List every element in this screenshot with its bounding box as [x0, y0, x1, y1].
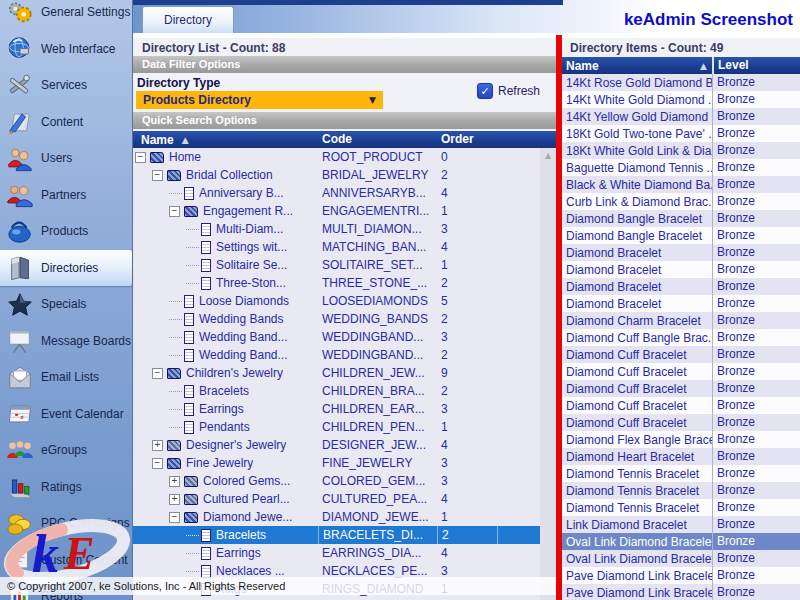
item-row[interactable]: Diamond Charm BraceletBronze [562, 312, 800, 329]
sidebar-item-web-interface[interactable]: Web Interface [0, 31, 132, 68]
tree-row[interactable]: Wedding Band...WEDDINGBAND...2 [133, 346, 540, 364]
tree-row[interactable]: EarringsEARRINGS_DIA...4 [133, 544, 540, 562]
item-row[interactable]: Diamond BraceletBronze [562, 261, 800, 278]
collapse-icon[interactable]: − [152, 458, 163, 469]
column-header-order[interactable]: Order [437, 131, 556, 148]
tree-row[interactable]: −Fine JewelryFINE_JEWELRY3 [133, 454, 540, 472]
sidebar-item-content[interactable]: Content [0, 104, 132, 141]
page-icon [184, 295, 194, 308]
item-row[interactable]: Oval Link Diamond BraceletBronze [562, 533, 800, 550]
item-name: Oval Link Diamond Bracelet [562, 535, 712, 549]
item-row[interactable]: Pave Diamond Link BraceletBronze [562, 567, 800, 584]
expand-icon[interactable]: + [152, 440, 163, 451]
sidebar-item-services[interactable]: Services [0, 67, 132, 104]
expand-icon[interactable]: + [169, 494, 180, 505]
sidebar-item-partners[interactable]: Partners [0, 177, 132, 214]
tree-row[interactable]: Loose DiamondsLOOSEDIAMONDS5 [133, 292, 540, 310]
item-row[interactable]: Diamond Cuff BraceletBronze [562, 346, 800, 363]
page-icon [201, 565, 211, 578]
item-row[interactable]: Pave Diamond Link BraceletBronze [562, 584, 800, 600]
sidebar-item-general-settings[interactable]: General Settings [0, 0, 132, 31]
tree-row[interactable]: EarringsCHILDREN_EAR...3 [133, 400, 540, 418]
item-row[interactable]: 18Kt Gold Two-tone Pave' ...Bronze [562, 125, 800, 142]
column-header-code[interactable]: Code [318, 131, 437, 148]
tree-row[interactable]: Multi-Diam...MULTI_DIAMON...3 [133, 220, 540, 238]
item-row[interactable]: Diamond BraceletBronze [562, 278, 800, 295]
item-row[interactable]: Diamond Cuff BraceletBronze [562, 380, 800, 397]
item-row[interactable]: Diamond Tennis BraceletBronze [562, 465, 800, 482]
tree-node-code: COLORED_GEM... [318, 474, 437, 488]
tree-row[interactable]: −Bridal CollectionBRIDAL_JEWELRY2 [133, 166, 540, 184]
tree-scrollbar[interactable]: ▲ [540, 148, 556, 600]
tree-row[interactable]: +Colored Gems...COLORED_GEM...3 [133, 472, 540, 490]
collapse-icon[interactable]: − [152, 170, 163, 181]
expand-icon[interactable]: + [169, 476, 180, 487]
sidebar-item-products[interactable]: Products [0, 213, 132, 250]
tree-row[interactable]: PendantsCHILDREN_PEN...1 [133, 418, 540, 436]
sidebar-item-users[interactable]: Users [0, 140, 132, 177]
item-row[interactable]: Diamond Bangle BraceletBronze [562, 227, 800, 244]
tree-node-order: 3 [437, 330, 497, 344]
sidebar-item-specials[interactable]: Specials [0, 286, 132, 323]
item-row[interactable]: Diamond Heart BraceletBronze [562, 448, 800, 465]
tree-row[interactable]: −Children's JewelryCHILDREN_JEW...9 [133, 364, 540, 382]
tree-row[interactable]: −Engagement R...ENGAGEMENTRI...1 [133, 202, 540, 220]
items-column-header-level[interactable]: Level [712, 57, 800, 74]
sidebar-item-directories[interactable]: Directories [0, 250, 132, 287]
item-row[interactable]: 14Kt Yellow Gold Diamond ...Bronze [562, 108, 800, 125]
item-row[interactable]: Baguette Diamond Tennis ...Bronze [562, 159, 800, 176]
sidebar-item-message-boards[interactable]: Message Boards [0, 323, 132, 360]
tree-row[interactable]: Settings wit...MATCHING_BAN...4 [133, 238, 540, 256]
item-row[interactable]: Diamond Cuff BraceletBronze [562, 363, 800, 380]
item-level: Bronze [712, 533, 800, 550]
item-name: Pave Diamond Link Bracelet [562, 569, 712, 583]
collapse-icon[interactable]: − [169, 206, 180, 217]
tree-row[interactable]: Wedding BandsWEDDING_BANDS2 [133, 310, 540, 328]
tree-row[interactable]: +Designer's JewelryDESIGNER_JEW...4 [133, 436, 540, 454]
item-row[interactable]: Diamond Flex Bangle Brace...Bronze [562, 431, 800, 448]
column-header-name[interactable]: Name ▲ [133, 131, 318, 148]
item-level: Bronze [712, 448, 800, 465]
item-row[interactable]: Black & White Diamond Ba...Bronze [562, 176, 800, 193]
tab-directory[interactable]: Directory [142, 6, 234, 33]
directory-type-dropdown[interactable]: Products Directory ▼ [136, 91, 383, 109]
tree-row[interactable]: BraceletsBRACELETS_DI...2 [133, 526, 540, 544]
tree-row[interactable]: Anniversary B...ANNIVERSARYB...4 [133, 184, 540, 202]
tree-row[interactable]: −HomeROOT_PRODUCT0 [133, 148, 540, 166]
item-row[interactable]: Diamond Tennis BraceletBronze [562, 499, 800, 516]
tree-row[interactable]: −Diamond Jewe...DIAMOND_JEWE...1 [133, 508, 540, 526]
collapse-icon[interactable]: − [169, 512, 180, 523]
directory-list-title: Directory List - Count: 88 [133, 38, 285, 56]
item-row[interactable]: Diamond Tennis BraceletBronze [562, 482, 800, 499]
tree-node-code: CHILDREN_BRA... [318, 384, 437, 398]
sidebar-item-email-lists[interactable]: Email Lists [0, 359, 132, 396]
collapse-icon[interactable]: − [152, 368, 163, 379]
item-row[interactable]: Diamond Cuff BraceletBronze [562, 397, 800, 414]
tree-row[interactable]: Three-Ston...THREE_STONE_...2 [133, 274, 540, 292]
item-row[interactable]: Diamond Bangle BraceletBronze [562, 210, 800, 227]
item-row[interactable]: Link Diamond BraceletBronze [562, 516, 800, 533]
item-row[interactable]: 14Kt White Gold Diamond ...Bronze [562, 91, 800, 108]
tree-row[interactable]: Solitaire Se...SOLITAIRE_SET...1 [133, 256, 540, 274]
item-row[interactable]: Diamond BraceletBronze [562, 295, 800, 312]
tree-row[interactable]: +Cultured Pearl...CULTURED_PEA...4 [133, 490, 540, 508]
tree-row[interactable]: BraceletsCHILDREN_BRA...2 [133, 382, 540, 400]
item-level: Bronze [712, 516, 800, 533]
item-row[interactable]: Diamond Cuff Bangle Brac...Bronze [562, 329, 800, 346]
sidebar-item-egroups[interactable]: eGroups [0, 432, 132, 469]
item-row[interactable]: Diamond Cuff BraceletBronze [562, 414, 800, 431]
item-row[interactable]: Diamond BraceletBronze [562, 244, 800, 261]
sidebar-item-ratings[interactable]: Ratings [0, 469, 132, 506]
tree-node-name: Necklaces ... [216, 564, 285, 578]
sidebar-item-event-calendar[interactable]: Event Calendar [0, 396, 132, 433]
tree-row[interactable]: Wedding Band...WEDDINGBAND...3 [133, 328, 540, 346]
item-row[interactable]: Oval Link Diamond BraceletBronze [562, 550, 800, 567]
item-level: Bronze [712, 261, 800, 278]
item-name: Diamond Flex Bangle Brace... [562, 433, 712, 447]
collapse-icon[interactable]: − [135, 152, 146, 163]
item-row[interactable]: 18Kt White Gold Link & Dia...Bronze [562, 142, 800, 159]
items-column-header-name[interactable]: Name ▲ [562, 57, 712, 74]
item-row[interactable]: 14Kt Rose Gold Diamond B...Bronze [562, 74, 800, 91]
refresh-checkbox[interactable]: ✓ [477, 83, 493, 99]
item-row[interactable]: Curb Link & Diamond Brac...Bronze [562, 193, 800, 210]
